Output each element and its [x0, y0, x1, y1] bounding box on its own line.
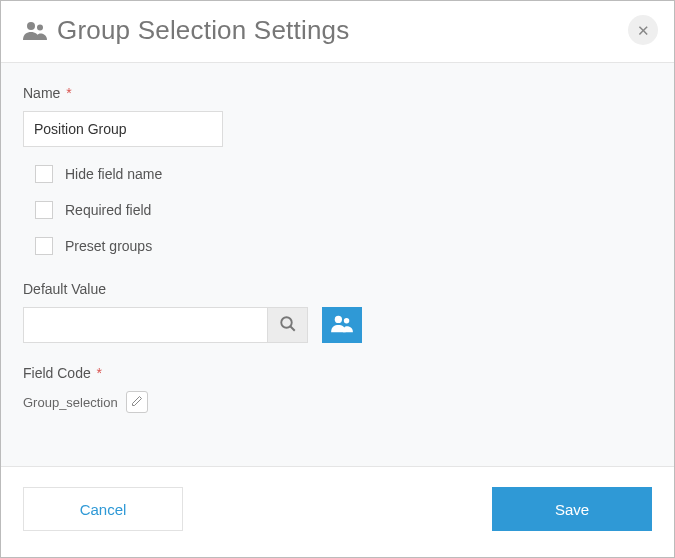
- default-value-search-button[interactable]: [268, 307, 308, 343]
- edit-field-code-button[interactable]: [126, 391, 148, 413]
- cancel-button[interactable]: Cancel: [23, 487, 183, 531]
- required-field-checkbox[interactable]: [35, 201, 53, 219]
- save-button[interactable]: Save: [492, 487, 652, 531]
- group-icon: [23, 20, 47, 42]
- dialog-footer: Cancel Save: [1, 467, 674, 557]
- svg-line-3: [290, 326, 295, 331]
- preset-groups-checkbox[interactable]: [35, 237, 53, 255]
- required-marker: *: [93, 365, 102, 381]
- svg-point-1: [37, 24, 43, 30]
- hide-field-name-row: Hide field name: [35, 165, 652, 183]
- dialog-title: Group Selection Settings: [57, 15, 349, 46]
- field-code-label: Field Code *: [23, 365, 652, 381]
- group-icon: [331, 314, 353, 337]
- search-icon: [279, 315, 297, 336]
- dialog-body: Name * Hide field name Required field Pr…: [1, 62, 674, 467]
- preset-groups-row: Preset groups: [35, 237, 652, 255]
- field-code-value: Group_selection: [23, 395, 118, 410]
- required-field-row: Required field: [35, 201, 652, 219]
- close-button[interactable]: ✕: [628, 15, 658, 45]
- group-picker-button[interactable]: [322, 307, 362, 343]
- name-input[interactable]: [23, 111, 223, 147]
- default-value-row: [23, 307, 652, 343]
- pencil-icon: [131, 395, 143, 410]
- svg-point-4: [335, 315, 342, 322]
- group-selection-settings-dialog: Group Selection Settings ✕ Name * Hide f…: [0, 0, 675, 558]
- preset-groups-label[interactable]: Preset groups: [65, 238, 152, 254]
- default-value-input[interactable]: [23, 307, 268, 343]
- svg-point-0: [27, 22, 35, 30]
- dialog-header: Group Selection Settings ✕: [1, 1, 674, 62]
- required-field-label[interactable]: Required field: [65, 202, 151, 218]
- svg-point-2: [281, 317, 292, 328]
- required-marker: *: [62, 85, 71, 101]
- field-code-row: Group_selection: [23, 391, 652, 413]
- svg-point-5: [344, 318, 349, 323]
- name-label: Name *: [23, 85, 652, 101]
- hide-field-name-label[interactable]: Hide field name: [65, 166, 162, 182]
- default-value-label: Default Value: [23, 281, 652, 297]
- close-icon: ✕: [637, 23, 650, 38]
- hide-field-name-checkbox[interactable]: [35, 165, 53, 183]
- field-code-section: Field Code * Group_selection: [23, 365, 652, 413]
